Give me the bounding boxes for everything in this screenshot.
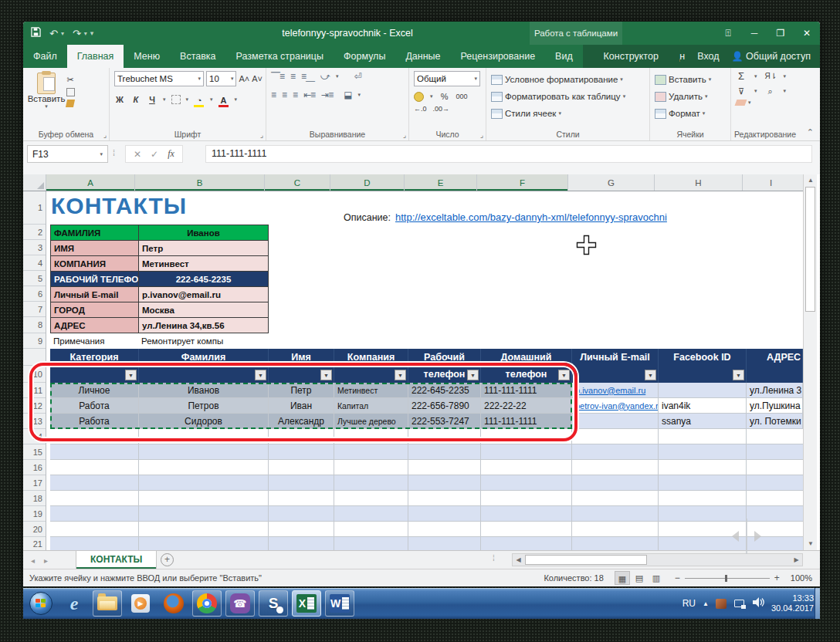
next-sheet-icon[interactable]: ▸ — [44, 556, 48, 565]
vertical-scrollbar[interactable]: ▲ ▼ — [803, 174, 817, 550]
prev-sheet-icon[interactable]: ◂ — [31, 556, 35, 565]
insert-cells-button[interactable]: Вставить▾ — [655, 71, 727, 88]
card-value[interactable]: 222-645-2235 — [139, 272, 269, 287]
alignment-dialog-launcher[interactable]: ⌟ — [403, 131, 406, 139]
tab-insert[interactable]: Вставка — [170, 45, 225, 68]
fill-color-icon[interactable]: ◔ — [194, 93, 205, 106]
tray-expand-icon[interactable]: ▲ — [703, 600, 709, 607]
horizontal-scroll-thumb[interactable] — [525, 555, 647, 565]
increase-decimal-icon[interactable]: ←.0 — [414, 105, 427, 113]
cancel-entry-icon[interactable]: ✕ — [134, 149, 141, 160]
number-dialog-launcher[interactable]: ⌟ — [480, 131, 483, 139]
row-header[interactable]: 20 — [23, 522, 46, 537]
firefox-icon[interactable] — [159, 590, 188, 617]
zoom-slider-thumb[interactable] — [725, 575, 727, 582]
column-header-b[interactable]: B — [135, 174, 265, 191]
font-color-icon[interactable]: А — [218, 93, 229, 106]
card-label[interactable]: АДРЕС — [51, 318, 139, 333]
column-header-i[interactable]: I — [743, 174, 799, 191]
percent-style-button[interactable]: % — [439, 91, 450, 102]
undo-dropdown-icon[interactable]: ▾ — [61, 30, 64, 37]
align-center-icon[interactable]: ≡ — [282, 90, 286, 100]
zoom-slider[interactable] — [685, 578, 770, 579]
row-header[interactable]: 7 — [23, 302, 46, 317]
tab-file[interactable]: Файл — [23, 45, 67, 68]
share-button[interactable]: 👤 Общий доступ — [732, 51, 811, 62]
row-header[interactable]: 9 — [23, 333, 46, 349]
new-sheet-button[interactable]: + — [161, 553, 174, 566]
page-break-view-icon[interactable]: ▥ — [649, 571, 664, 585]
restore-button[interactable]: ❐ — [767, 22, 794, 45]
cell-email[interactable] — [572, 414, 659, 429]
scroll-right-icon[interactable]: ▶ — [791, 554, 802, 566]
shrink-font-icon[interactable]: A˅ — [252, 73, 262, 84]
card-label[interactable]: ГОРОД — [51, 302, 139, 318]
row-header[interactable]: 4 — [23, 255, 46, 271]
merge-center-icon[interactable]: ⬓ — [344, 90, 351, 100]
increase-indent-icon[interactable]: ⇥≡ — [321, 90, 333, 100]
header-facebook[interactable]: Facebook ID — [659, 349, 747, 366]
tab-design[interactable]: Конструктор — [583, 45, 679, 68]
filter-button[interactable]: ▼ — [733, 370, 744, 380]
column-header-e[interactable]: E — [405, 174, 477, 191]
wrap-text-icon[interactable]: ⏎ — [354, 71, 361, 82]
network-icon[interactable] — [733, 599, 746, 609]
description-link[interactable]: http://exceltable.com/bazy-dannyh-xml/te… — [395, 211, 667, 223]
horizontal-scrollbar[interactable]: ◀ ▶ — [512, 553, 803, 566]
borders-icon[interactable] — [171, 95, 181, 104]
row-header[interactable]: 18 — [23, 491, 46, 506]
font-size-combo[interactable]: 10▾ — [206, 71, 236, 86]
row-header[interactable]: 6 — [23, 286, 46, 302]
header-address[interactable]: АДРЕС — [747, 349, 803, 366]
tab-formulas[interactable]: Формулы — [334, 45, 395, 68]
signin-button[interactable]: Вход — [697, 51, 719, 62]
row-header[interactable]: 8 — [23, 317, 46, 333]
number-format-combo[interactable]: Общий▾ — [414, 71, 480, 86]
format-painter-icon[interactable] — [66, 100, 75, 107]
redo-dropdown-icon[interactable]: ▾ — [84, 30, 87, 37]
excel-taskbar-icon[interactable]: X — [292, 590, 321, 617]
font-name-combo[interactable]: Trebuchet MS▾ — [114, 71, 204, 86]
customize-qat-icon[interactable]: ▾ — [90, 29, 94, 37]
row-header[interactable]: 15 — [23, 444, 46, 460]
zoom-out-icon[interactable]: − — [675, 573, 680, 583]
delete-cells-button[interactable]: Удалить▾ — [655, 88, 727, 105]
card-value[interactable]: ул.Ленина 34,кв.56 — [139, 318, 269, 333]
row-header[interactable]: 19 — [23, 506, 46, 522]
scroll-down-icon[interactable]: ▼ — [805, 539, 816, 549]
column-header-f[interactable]: F — [477, 174, 568, 191]
column-header-a[interactable]: A — [46, 174, 135, 191]
decrease-decimal-icon[interactable]: .00→ — [433, 105, 450, 113]
font-dialog-launcher[interactable]: ⌟ — [260, 131, 263, 139]
filter-button[interactable]: ▼ — [645, 370, 656, 380]
card-value[interactable]: Москва — [139, 302, 269, 318]
card-label[interactable]: ФАМИЛИЯ — [51, 225, 139, 241]
cut-icon[interactable]: ✂ — [65, 74, 76, 85]
normal-view-icon[interactable]: ▦ — [615, 571, 630, 585]
sheet-tab-kontakty[interactable]: КОНТАКТЫ — [76, 551, 157, 569]
clear-icon[interactable] — [735, 100, 747, 106]
formula-input[interactable]: 111-111-1111 — [205, 145, 812, 163]
header-email[interactable]: Личный E-mail — [572, 349, 659, 366]
tab-menu[interactable]: Меню — [124, 45, 170, 68]
bold-button[interactable]: Ж — [114, 94, 125, 105]
column-header-h[interactable]: H — [655, 174, 743, 191]
underline-button[interactable]: Ч — [147, 94, 158, 105]
align-right-icon[interactable]: ≡ — [293, 90, 297, 100]
volume-icon[interactable] — [753, 596, 764, 610]
tab-home[interactable]: Главная — [67, 45, 124, 68]
card-label[interactable]: КОМПАНИЯ — [51, 256, 139, 272]
align-middle-icon[interactable]: ≡ — [290, 71, 295, 82]
row-header[interactable]: 5 — [23, 271, 46, 286]
column-header-d[interactable]: D — [330, 174, 405, 191]
clock[interactable]: 13:33 30.04.2017 — [771, 593, 814, 613]
column-header-c[interactable]: C — [265, 174, 330, 191]
email-link[interactable]: p.ivanov@email.ru — [575, 386, 645, 395]
file-explorer-icon[interactable] — [93, 590, 122, 617]
format-as-table-button[interactable]: Форматировать как таблицу▾ — [491, 88, 646, 105]
tab-page-layout[interactable]: Разметка страницы — [226, 45, 334, 68]
formula-bar-splitter[interactable]: ⁞ — [113, 148, 115, 157]
cell-address[interactable]: ул.Пушкина — [747, 398, 803, 414]
confirm-entry-icon[interactable]: ✓ — [151, 149, 158, 160]
zoom-percent[interactable]: 100% — [791, 573, 812, 583]
